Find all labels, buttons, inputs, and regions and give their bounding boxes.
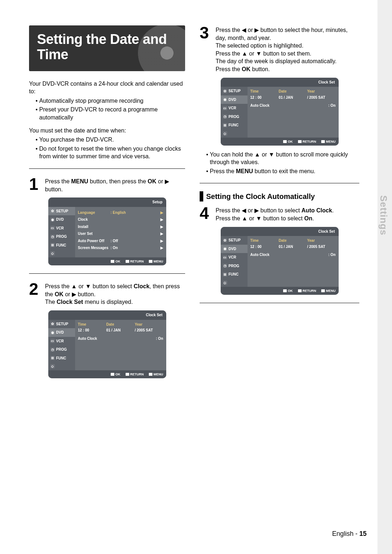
osd-main: Language: English Clock Install User Set… (75, 207, 166, 258)
osd-title: Setup (48, 197, 166, 207)
osd-tab-blank: ◇ (48, 362, 75, 370)
osd-tab-blank: ◇ (221, 130, 248, 138)
osd-tab-dvd: ◉DVD (221, 95, 248, 104)
osd-tab-prog: ◷PROG (48, 345, 75, 354)
osd-tab-setup: ✿SETUP (221, 87, 248, 95)
osd-sidebar: ✿SETUP ◉DVD ▭VCR ◷PROG ⊞FUNC ◇ (48, 207, 75, 258)
intro-bullet: Automatically stop programme recording (36, 97, 185, 105)
osd-tab-setup: ✿SETUP (48, 320, 75, 329)
menu-button-icon (149, 260, 152, 263)
intro-bullet: Do not forget to reset the time when you… (36, 145, 185, 160)
subheading-bar-icon (200, 191, 203, 201)
osd-tab-func: ⊞FUNC (221, 121, 248, 130)
step-text: Press the MENU button, then press the OK… (45, 177, 185, 193)
intro-lead: Your DVD-VCR contains a 24-hour clock an… (29, 80, 185, 95)
osd-tab-vcr: ▭VCR (221, 104, 248, 113)
clock-icon: ◷ (50, 235, 55, 239)
blank-icon: ◇ (50, 364, 55, 368)
osd-tab-prog: ◷PROG (221, 262, 248, 270)
intro-must: You must set the date and time when: (29, 127, 185, 135)
gear-icon: ✿ (50, 322, 55, 326)
osd-tab-dvd: ◉DVD (48, 215, 75, 224)
step-4: 4 Press the ◀ or ▶ button to select Auto… (200, 206, 359, 222)
osd-tab-dvd: ◉DVD (48, 328, 75, 337)
osd-clockset-screenshot: Clock Set ✿SETUP ◉DVD ▭VCR ◷PROG ⊞FUNC ◇… (221, 227, 339, 295)
dvd-icon: ◉ (50, 217, 55, 222)
subheading-text: Setting the Clock Automatically (206, 192, 315, 201)
dvd-icon: ◉ (50, 330, 55, 335)
clock-headers: Time Date Year (78, 322, 163, 328)
func-icon: ⊞ (50, 356, 55, 360)
blank-icon: ◇ (50, 251, 55, 256)
osd-tab-vcr: ▭VCR (48, 337, 75, 346)
step-text: Press the ▲ or ▼ button to select Clock,… (45, 282, 185, 306)
osd-tab-func: ⊞FUNC (48, 354, 75, 363)
osd-clockset-screenshot: Clock Set ✿SETUP ◉DVD ▭VCR ◷PROG ⊞FUNC ◇… (221, 78, 339, 146)
chevron-right-icon (136, 217, 163, 222)
separator (29, 273, 185, 274)
separator (200, 183, 359, 183)
clock-icon: ◷ (50, 347, 55, 352)
func-icon: ⊞ (50, 243, 55, 247)
right-column: 3 Press the ◀ or ▶ button to select the … (200, 25, 359, 383)
step-text: Press the ◀ or ▶ button to select Auto C… (216, 206, 359, 222)
intro-text: Your DVD-VCR contains a 24-hour clock an… (29, 80, 185, 160)
intro-bullet: You purchase the DVD-VCR. (36, 136, 185, 144)
separator (29, 168, 185, 169)
step-number: 2 (29, 282, 41, 306)
note-bullet: You can hold the ▲ or ▼ button to scroll… (206, 151, 359, 166)
step3-notes: You can hold the ▲ or ▼ button to scroll… (200, 151, 359, 175)
chevron-right-icon (136, 224, 163, 229)
osd-setup-screenshot: Setup ✿SETUP ◉DVD ▭VCR ◷PROG ⊞FUNC ◇ Lan… (48, 197, 166, 265)
vcr-icon: ▭ (50, 339, 55, 343)
left-column: Setting the Date and Time Your DVD-VCR c… (29, 25, 185, 383)
osd-tab-setup: ✿SETUP (48, 207, 75, 216)
page-title-banner: Setting the Date and Time (29, 25, 185, 71)
note-bullet: Press the MENU button to exit the menu. (206, 167, 359, 175)
osd-tab-dvd: ◉DVD (221, 245, 248, 253)
osd-tab-setup: ✿SETUP (221, 236, 248, 245)
osd-tab-vcr: ▭VCR (221, 253, 248, 262)
return-button-icon (126, 373, 129, 376)
step-1: 1 Press the MENU button, then press the … (29, 177, 185, 193)
ok-button-icon (111, 373, 114, 376)
osd-tab-blank: ◇ (221, 279, 248, 287)
osd-tab-func: ⊞FUNC (221, 270, 248, 279)
vcr-icon: ▭ (50, 226, 55, 230)
footer-language: English (332, 530, 354, 537)
osd-tab-func: ⊞FUNC (48, 241, 75, 250)
chevron-right-icon (136, 245, 163, 250)
gear-icon: ✿ (50, 209, 55, 213)
return-button-icon (126, 260, 129, 263)
page-footer: English - 15 (332, 529, 367, 538)
osd-button-bar: OK RETURN MENU (48, 257, 166, 265)
separator (200, 303, 359, 303)
step-number: 4 (200, 206, 212, 222)
chevron-right-icon (136, 210, 163, 215)
osd-tab-vcr: ▭VCR (48, 224, 75, 233)
intro-bullet: Preset your DVD-VCR to record a programm… (36, 106, 185, 121)
step-3: 3 Press the ◀ or ▶ button to select the … (200, 25, 359, 73)
osd-tab-prog: ◷PROG (48, 232, 75, 241)
step-number: 1 (29, 177, 41, 193)
clock-values: 12 : 00 01 / JAN / 2005 SAT (78, 328, 163, 333)
page-number: 15 (359, 530, 367, 537)
menu-button-icon (149, 373, 152, 376)
step-text: Press the ◀ or ▶ button to select the ho… (216, 25, 359, 73)
chevron-right-icon (136, 239, 163, 244)
osd-title: Clock Set (48, 310, 166, 320)
subheading: Setting the Clock Automatically (200, 191, 359, 201)
osd-clockset-screenshot: Clock Set ✿SETUP ◉DVD ▭VCR ◷PROG ⊞FUNC ◇… (48, 310, 166, 378)
ok-button-icon (111, 260, 114, 263)
step-2: 2 Press the ▲ or ▼ button to select Cloc… (29, 282, 185, 306)
step-number: 3 (200, 25, 212, 73)
chevron-right-icon (136, 231, 163, 236)
osd-tab-blank: ◇ (48, 249, 75, 257)
osd-tab-prog: ◷PROG (221, 113, 248, 121)
